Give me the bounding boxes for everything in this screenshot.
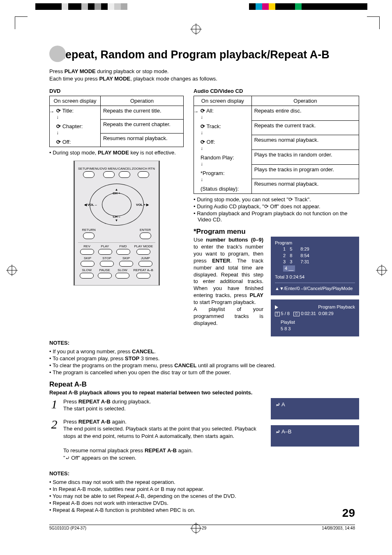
- cd-op: Plays the tracks in program order.: [251, 164, 359, 179]
- crop-mark: [15, 16, 28, 29]
- dvd-op: Repeats the current title.: [100, 106, 183, 120]
- note-item: Some discs may not work with the repeat …: [49, 479, 359, 485]
- crop-mark: [367, 16, 380, 29]
- cd-osd-item: (Status display):: [194, 184, 251, 193]
- footer: 5G10101D (P24-37) 29 14/08/2003, 14:48: [49, 525, 355, 530]
- cd-op: Plays the tracks in random order.: [251, 150, 359, 165]
- arrow-down-icon: ↓: [52, 130, 59, 136]
- repeat-a-osd-box: A: [271, 398, 359, 419]
- arrow-down-icon: ↓: [196, 145, 203, 151]
- program-menu-title: *Program menu: [194, 228, 359, 236]
- repeat-icon: [56, 123, 61, 129]
- arrow-down-icon: ↓: [196, 114, 203, 120]
- repeat-icon: [56, 108, 61, 114]
- page-number: 29: [342, 507, 355, 520]
- dvd-col-osd: On screen display: [50, 96, 101, 106]
- time-badge-icon: ⏲: [293, 312, 300, 316]
- arrow-down-icon: ↓: [196, 161, 203, 167]
- note-item: During stop mode, you can not select "⟳ …: [194, 196, 359, 203]
- repeat-icon: [56, 139, 61, 145]
- cd-op: Repeats the current track.: [251, 120, 359, 135]
- notes-label: NOTES:: [49, 470, 359, 477]
- page-title: Repeat, Random and Program playback/Repe…: [49, 47, 359, 64]
- repeat-icon: [201, 139, 205, 145]
- dvd-table: On screen display Operation → Title: ↓ C…: [49, 96, 184, 147]
- cd-osd-item: → All:↓: [194, 106, 251, 122]
- program-menu-text: Use number buttons (0–9) to enter the tr…: [194, 237, 263, 336]
- cd-osd-item: Off:↓: [194, 137, 251, 153]
- title-bullet-icon: [49, 46, 66, 62]
- cd-col-osd: On screen display: [194, 96, 252, 106]
- arrow-down-icon: ↓: [196, 130, 203, 136]
- program-row: 337:31: [283, 259, 355, 265]
- notes-list: If you put a wrong number, press CANCEL.…: [49, 348, 359, 375]
- title-badge-icon: T: [275, 312, 280, 316]
- dvd-op: Resumes normal playback.: [100, 133, 183, 147]
- cd-op: Resumes normal playback.: [251, 135, 359, 150]
- note-item: Repeat & Repeat A-B function is prohibit…: [49, 507, 359, 513]
- cd-osd-item: Random Play:↓: [194, 153, 251, 168]
- program-osd-box: Program 158:29288:54337:31 4 __ Total 3 …: [271, 237, 359, 295]
- registration-bar: [249, 3, 367, 10]
- step-2-body: Press REPEAT A-B again. The end point is…: [63, 418, 263, 461]
- repeat-icon: [201, 108, 205, 114]
- cd-osd-item: *Program:↓: [194, 168, 251, 184]
- cd-osd-item: Track:↓: [194, 122, 251, 137]
- intro-text: Press PLAY MODE during playback or stop …: [49, 68, 359, 82]
- dvd-heading: DVD: [49, 88, 184, 94]
- note-item: Repeat A-B does not work with interactiv…: [49, 500, 359, 506]
- cd-heading: Audio CD/Video CD: [194, 88, 359, 94]
- step-number: 1: [49, 398, 59, 412]
- notes-label: NOTES:: [49, 340, 359, 346]
- dvd-col-op: Operation: [100, 96, 183, 106]
- registration-target-icon: [377, 266, 386, 275]
- note-item: Random playback and Program playback do …: [194, 210, 359, 223]
- program-row: 288:54: [283, 253, 355, 259]
- repeat-ab-title: Repeat A-B: [49, 380, 359, 389]
- dvd-note: During stop mode, PLAY MODE key is not e…: [49, 150, 184, 156]
- dvd-op: Repeats the current chapter.: [100, 120, 183, 133]
- note-item: You may not be able to set Repeat A-B, d…: [49, 493, 359, 499]
- program-row: 158:29: [283, 246, 355, 252]
- note-item: In Repeat A-B mode, subtitles near point…: [49, 486, 359, 492]
- step-1-body: Press REPEAT A-B during playback. The st…: [63, 398, 263, 412]
- repeat-ab-icon: [276, 401, 280, 408]
- cd-col-op: Operation: [251, 96, 359, 106]
- repeat-ab-icon: [276, 428, 280, 435]
- arrow-down-icon: ↓: [52, 114, 59, 120]
- repeat-ab-osd-box: A–B: [271, 425, 359, 447]
- notes-list: Some discs may not work with the repeat …: [49, 479, 359, 513]
- note-item: To clear the programs on the program men…: [49, 362, 359, 368]
- arrow-down-icon: ↓: [196, 177, 203, 182]
- play-icon: [275, 305, 278, 309]
- repeat-icon: [201, 123, 205, 129]
- registration-target-icon: [191, 524, 201, 533]
- cd-notes: During stop mode, you can not select "⟳ …: [194, 196, 359, 223]
- note-item: The program is cancelled when you open t…: [49, 369, 359, 375]
- note-item: During Audio CD playback, "⟳ Off" does n…: [194, 203, 359, 210]
- status-osd-box: Program Playback T 5 / 8 ⏲ 0:02:31 0:08:…: [271, 299, 359, 336]
- remote-diagram: SETUP/MENU DVD MENU CANCEL ZOOM/CH RTN ▲…: [74, 161, 160, 286]
- cd-table: On screen display Operation → All:↓ Trac…: [194, 96, 359, 194]
- registration-target-icon: [7, 266, 16, 275]
- note-item: If you put a wrong number, press CANCEL.: [49, 348, 359, 355]
- cd-op: Resumes normal playback.: [251, 179, 359, 194]
- repeat-ab-sub: Repeat A-B playback allows you to repeat…: [49, 389, 359, 396]
- registration-bar: [35, 3, 127, 10]
- note-item: To cancel program play, press STOP 3 tim…: [49, 355, 359, 362]
- step-number: 2: [49, 418, 59, 461]
- registration-target-icon: [191, 25, 201, 34]
- cd-op: Repeats entire disc.: [251, 106, 359, 121]
